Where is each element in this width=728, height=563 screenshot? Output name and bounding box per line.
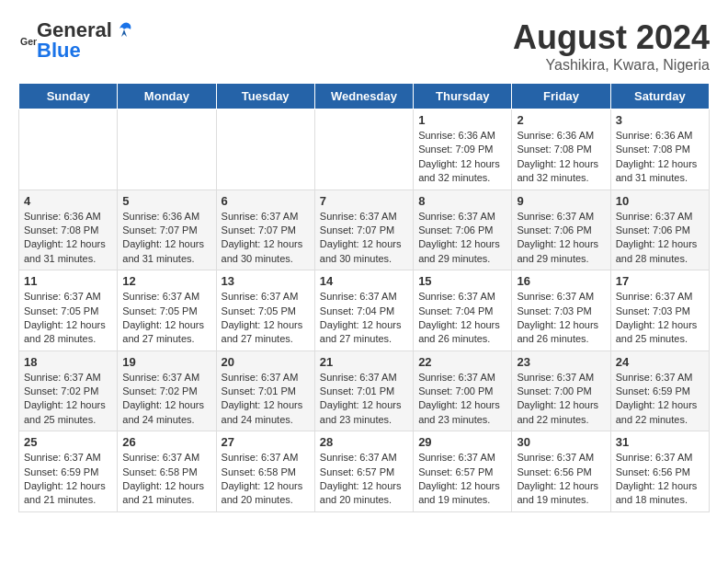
cell-content: Sunrise: 6:37 AMSunset: 7:06 PMDaylight:… xyxy=(616,210,704,267)
calendar-header-row: SundayMondayTuesdayWednesdayThursdayFrid… xyxy=(19,84,710,109)
day-number: 7 xyxy=(320,194,408,208)
day-number: 20 xyxy=(222,355,310,369)
day-number: 31 xyxy=(616,435,704,449)
calendar-cell: 22Sunrise: 6:37 AMSunset: 7:00 PMDayligh… xyxy=(414,350,512,431)
day-number: 6 xyxy=(222,194,310,208)
cell-content: Sunrise: 6:37 AMSunset: 6:59 PMDaylight:… xyxy=(24,451,112,508)
cell-content: Sunrise: 6:37 AMSunset: 6:56 PMDaylight:… xyxy=(616,451,704,508)
calendar-week-row: 18Sunrise: 6:37 AMSunset: 7:02 PMDayligh… xyxy=(19,350,710,431)
day-number: 11 xyxy=(24,274,112,288)
day-number: 9 xyxy=(517,194,605,208)
cell-content: Sunrise: 6:37 AMSunset: 7:04 PMDaylight:… xyxy=(418,290,506,347)
day-number: 24 xyxy=(616,355,704,369)
day-number: 3 xyxy=(616,113,704,127)
day-number: 8 xyxy=(418,194,506,208)
cell-content: Sunrise: 6:37 AMSunset: 7:06 PMDaylight:… xyxy=(418,210,506,267)
title-block: August 2024 Yashikira, Kwara, Nigeria xyxy=(513,18,710,74)
day-number: 5 xyxy=(122,194,210,208)
day-number: 15 xyxy=(418,274,506,288)
day-of-week-header: Thursday xyxy=(414,84,512,109)
calendar-cell: 2Sunrise: 6:36 AMSunset: 7:08 PMDaylight… xyxy=(512,109,610,190)
month-year-title: August 2024 xyxy=(513,18,710,57)
calendar-cell: 31Sunrise: 6:37 AMSunset: 6:56 PMDayligh… xyxy=(610,431,709,512)
calendar-cell xyxy=(216,109,314,190)
day-number: 23 xyxy=(517,355,605,369)
day-of-week-header: Friday xyxy=(512,84,610,109)
calendar-cell: 10Sunrise: 6:37 AMSunset: 7:06 PMDayligh… xyxy=(610,190,709,270)
calendar-cell: 8Sunrise: 6:37 AMSunset: 7:06 PMDaylight… xyxy=(414,190,512,270)
day-of-week-header: Wednesday xyxy=(314,84,413,109)
day-number: 17 xyxy=(616,274,704,288)
cell-content: Sunrise: 6:37 AMSunset: 7:01 PMDaylight:… xyxy=(222,371,310,428)
calendar-cell: 29Sunrise: 6:37 AMSunset: 6:57 PMDayligh… xyxy=(414,431,512,512)
cell-content: Sunrise: 6:36 AMSunset: 7:08 PMDaylight:… xyxy=(24,210,112,267)
cell-content: Sunrise: 6:37 AMSunset: 6:57 PMDaylight:… xyxy=(320,451,408,508)
day-number: 21 xyxy=(320,355,408,369)
cell-content: Sunrise: 6:37 AMSunset: 7:05 PMDaylight:… xyxy=(24,290,112,347)
calendar-cell: 13Sunrise: 6:37 AMSunset: 7:05 PMDayligh… xyxy=(216,270,314,351)
calendar-cell: 14Sunrise: 6:37 AMSunset: 7:04 PMDayligh… xyxy=(314,270,413,351)
cell-content: Sunrise: 6:37 AMSunset: 6:58 PMDaylight:… xyxy=(122,451,210,508)
calendar-cell: 9Sunrise: 6:37 AMSunset: 7:06 PMDaylight… xyxy=(512,190,610,270)
calendar-cell: 27Sunrise: 6:37 AMSunset: 6:58 PMDayligh… xyxy=(216,431,314,512)
calendar-cell: 26Sunrise: 6:37 AMSunset: 6:58 PMDayligh… xyxy=(118,431,216,512)
calendar-cell: 15Sunrise: 6:37 AMSunset: 7:04 PMDayligh… xyxy=(414,270,512,351)
logo: General General Blue xyxy=(18,18,134,63)
day-of-week-header: Tuesday xyxy=(216,84,314,109)
calendar-week-row: 4Sunrise: 6:36 AMSunset: 7:08 PMDaylight… xyxy=(19,190,710,270)
cell-content: Sunrise: 6:37 AMSunset: 7:01 PMDaylight:… xyxy=(320,371,408,428)
calendar-week-row: 1Sunrise: 6:36 AMSunset: 7:09 PMDaylight… xyxy=(19,109,710,190)
page-header: General General Blue August 2024 Yashiki… xyxy=(18,18,710,74)
location-subtitle: Yashikira, Kwara, Nigeria xyxy=(513,57,710,74)
day-number: 13 xyxy=(222,274,310,288)
calendar-cell: 3Sunrise: 6:36 AMSunset: 7:08 PMDaylight… xyxy=(610,109,709,190)
calendar-table: SundayMondayTuesdayWednesdayThursdayFrid… xyxy=(18,83,710,512)
cell-content: Sunrise: 6:36 AMSunset: 7:08 PMDaylight:… xyxy=(616,129,704,186)
cell-content: Sunrise: 6:37 AMSunset: 7:05 PMDaylight:… xyxy=(222,290,310,347)
calendar-cell: 16Sunrise: 6:37 AMSunset: 7:03 PMDayligh… xyxy=(512,270,610,351)
day-of-week-header: Saturday xyxy=(610,84,709,109)
day-number: 26 xyxy=(122,435,210,449)
day-of-week-header: Sunday xyxy=(19,84,118,109)
day-number: 19 xyxy=(122,355,210,369)
cell-content: Sunrise: 6:37 AMSunset: 7:07 PMDaylight:… xyxy=(320,210,408,267)
day-number: 4 xyxy=(24,194,112,208)
day-number: 28 xyxy=(320,435,408,449)
calendar-week-row: 11Sunrise: 6:37 AMSunset: 7:05 PMDayligh… xyxy=(19,270,710,351)
calendar-cell xyxy=(118,109,216,190)
day-number: 14 xyxy=(320,274,408,288)
day-number: 18 xyxy=(24,355,112,369)
day-number: 2 xyxy=(517,113,605,127)
cell-content: Sunrise: 6:36 AMSunset: 7:09 PMDaylight:… xyxy=(418,129,506,186)
day-number: 12 xyxy=(122,274,210,288)
cell-content: Sunrise: 6:37 AMSunset: 7:02 PMDaylight:… xyxy=(122,371,210,428)
day-number: 30 xyxy=(517,435,605,449)
day-of-week-header: Monday xyxy=(118,84,216,109)
calendar-cell: 21Sunrise: 6:37 AMSunset: 7:01 PMDayligh… xyxy=(314,350,413,431)
cell-content: Sunrise: 6:37 AMSunset: 6:56 PMDaylight:… xyxy=(517,451,605,508)
calendar-cell: 1Sunrise: 6:36 AMSunset: 7:09 PMDaylight… xyxy=(414,109,512,190)
cell-content: Sunrise: 6:36 AMSunset: 7:08 PMDaylight:… xyxy=(517,129,605,186)
calendar-cell: 20Sunrise: 6:37 AMSunset: 7:01 PMDayligh… xyxy=(216,350,314,431)
calendar-cell: 12Sunrise: 6:37 AMSunset: 7:05 PMDayligh… xyxy=(118,270,216,351)
cell-content: Sunrise: 6:37 AMSunset: 6:58 PMDaylight:… xyxy=(222,451,310,508)
cell-content: Sunrise: 6:37 AMSunset: 7:07 PMDaylight:… xyxy=(222,210,310,267)
cell-content: Sunrise: 6:37 AMSunset: 7:04 PMDaylight:… xyxy=(320,290,408,347)
calendar-cell: 11Sunrise: 6:37 AMSunset: 7:05 PMDayligh… xyxy=(19,270,118,351)
calendar-week-row: 25Sunrise: 6:37 AMSunset: 6:59 PMDayligh… xyxy=(19,431,710,512)
day-number: 1 xyxy=(418,113,506,127)
day-number: 16 xyxy=(517,274,605,288)
calendar-cell xyxy=(19,109,118,190)
calendar-cell: 24Sunrise: 6:37 AMSunset: 6:59 PMDayligh… xyxy=(610,350,709,431)
calendar-cell: 25Sunrise: 6:37 AMSunset: 6:59 PMDayligh… xyxy=(19,431,118,512)
svg-text:General: General xyxy=(20,36,37,47)
day-number: 22 xyxy=(418,355,506,369)
calendar-cell: 6Sunrise: 6:37 AMSunset: 7:07 PMDaylight… xyxy=(216,190,314,270)
cell-content: Sunrise: 6:37 AMSunset: 7:03 PMDaylight:… xyxy=(616,290,704,347)
calendar-cell: 5Sunrise: 6:36 AMSunset: 7:07 PMDaylight… xyxy=(118,190,216,270)
cell-content: Sunrise: 6:37 AMSunset: 7:02 PMDaylight:… xyxy=(24,371,112,428)
cell-content: Sunrise: 6:37 AMSunset: 7:06 PMDaylight:… xyxy=(517,210,605,267)
cell-content: Sunrise: 6:37 AMSunset: 6:57 PMDaylight:… xyxy=(418,451,506,508)
day-number: 25 xyxy=(24,435,112,449)
calendar-cell: 4Sunrise: 6:36 AMSunset: 7:08 PMDaylight… xyxy=(19,190,118,270)
